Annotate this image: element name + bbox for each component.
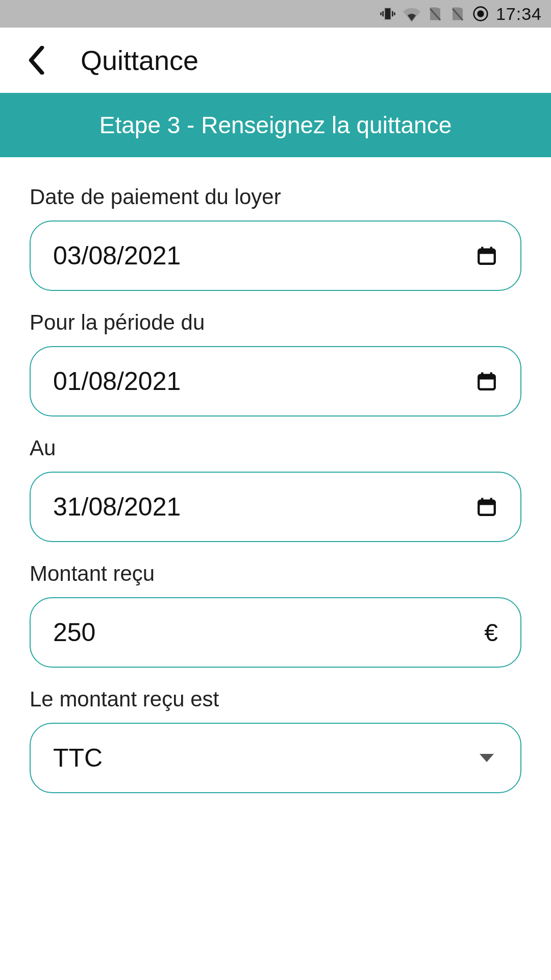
calendar-icon xyxy=(475,244,498,267)
amount-type-field[interactable]: TTC xyxy=(30,723,521,793)
payment-date-group: Date de paiement du loyer 03/08/2021 xyxy=(30,185,521,291)
page-title: Quittance xyxy=(81,44,198,76)
amount-type-value: TTC xyxy=(53,743,475,773)
chevron-down-icon xyxy=(475,747,498,769)
svg-point-1 xyxy=(477,10,484,17)
sim2-icon xyxy=(450,6,465,21)
payment-date-value: 03/08/2021 xyxy=(53,241,475,271)
payment-date-label: Date de paiement du loyer xyxy=(30,185,521,209)
amount-group: Montant reçu 250 € xyxy=(30,561,521,668)
period-to-value: 31/08/2021 xyxy=(53,492,475,522)
calendar-icon xyxy=(475,370,498,393)
target-icon xyxy=(472,6,489,22)
period-from-label: Pour la période du xyxy=(30,310,521,335)
sim1-icon xyxy=(428,6,443,21)
back-button[interactable] xyxy=(15,40,56,81)
form: Date de paiement du loyer 03/08/2021 Pou… xyxy=(0,157,551,793)
euro-icon: € xyxy=(484,619,498,647)
status-bar: 17:34 xyxy=(0,0,551,28)
period-to-group: Au 31/08/2021 xyxy=(30,436,521,542)
status-icons xyxy=(380,5,489,22)
header: Quittance xyxy=(0,28,551,93)
period-from-group: Pour la période du 01/08/2021 xyxy=(30,310,521,416)
period-to-label: Au xyxy=(30,436,521,460)
period-from-field[interactable]: 01/08/2021 xyxy=(30,346,521,416)
amount-type-group: Le montant reçu est TTC xyxy=(30,687,521,793)
amount-value: 250 xyxy=(53,618,484,647)
amount-label: Montant reçu xyxy=(30,561,521,586)
svg-rect-7 xyxy=(479,501,495,505)
status-time: 17:34 xyxy=(496,4,542,24)
wifi-icon xyxy=(403,5,420,22)
calendar-icon xyxy=(475,496,498,518)
amount-type-label: Le montant reçu est xyxy=(30,687,521,712)
svg-rect-3 xyxy=(479,250,495,254)
chevron-left-icon xyxy=(26,46,46,75)
svg-rect-5 xyxy=(479,375,495,380)
period-from-value: 01/08/2021 xyxy=(53,366,475,396)
vibrate-icon xyxy=(380,6,396,22)
payment-date-field[interactable]: 03/08/2021 xyxy=(30,220,521,291)
step-banner: Etape 3 - Renseignez la quittance xyxy=(0,93,551,157)
amount-field[interactable]: 250 € xyxy=(30,597,521,668)
period-to-field[interactable]: 31/08/2021 xyxy=(30,472,521,542)
step-text: Etape 3 - Renseignez la quittance xyxy=(15,111,536,139)
